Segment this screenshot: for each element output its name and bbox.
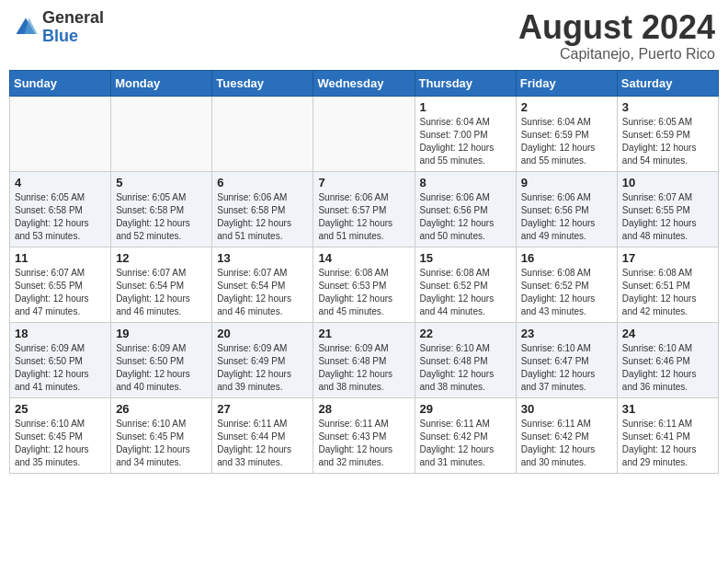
day-number: 19 (116, 327, 207, 340)
logo-icon (13, 15, 39, 40)
day-info: Sunrise: 6:10 AM Sunset: 6:45 PM Dayligh… (15, 418, 106, 469)
day-number: 15 (420, 251, 511, 265)
day-number: 13 (217, 251, 308, 265)
day-info: Sunrise: 6:11 AM Sunset: 6:42 PM Dayligh… (420, 418, 511, 469)
calendar-day-cell: 10Sunrise: 6:07 AM Sunset: 6:55 PM Dayli… (617, 171, 718, 247)
calendar-week-row: 1Sunrise: 6:04 AM Sunset: 7:00 PM Daylig… (10, 96, 719, 171)
day-info: Sunrise: 6:10 AM Sunset: 6:45 PM Dayligh… (116, 418, 207, 469)
day-info: Sunrise: 6:09 AM Sunset: 6:48 PM Dayligh… (318, 342, 409, 394)
calendar-day-cell (313, 96, 415, 171)
calendar-day-cell: 29Sunrise: 6:11 AM Sunset: 6:42 PM Dayli… (415, 397, 516, 473)
day-number: 10 (622, 176, 713, 190)
calendar-day-cell: 12Sunrise: 6:07 AM Sunset: 6:54 PM Dayli… (111, 247, 212, 322)
weekday-header-monday: Monday (111, 70, 212, 96)
calendar-day-cell: 25Sunrise: 6:10 AM Sunset: 6:45 PM Dayli… (10, 397, 111, 473)
page-header: General Blue August 2024 Capitanejo, Pue… (9, 9, 719, 63)
calendar-week-row: 18Sunrise: 6:09 AM Sunset: 6:50 PM Dayli… (10, 322, 719, 397)
day-number: 4 (15, 176, 106, 190)
day-number: 8 (420, 176, 511, 190)
calendar-day-cell (10, 96, 111, 171)
calendar-day-cell: 11Sunrise: 6:07 AM Sunset: 6:55 PM Dayli… (10, 247, 111, 322)
calendar-day-cell: 28Sunrise: 6:11 AM Sunset: 6:43 PM Dayli… (313, 397, 415, 473)
calendar-day-cell: 9Sunrise: 6:06 AM Sunset: 6:56 PM Daylig… (516, 171, 617, 247)
day-number: 21 (318, 327, 409, 340)
month-year-title: August 2024 (518, 9, 715, 46)
day-info: Sunrise: 6:11 AM Sunset: 6:41 PM Dayligh… (622, 418, 713, 469)
calendar-day-cell: 14Sunrise: 6:08 AM Sunset: 6:53 PM Dayli… (313, 247, 415, 322)
day-number: 29 (420, 402, 511, 416)
day-number: 3 (622, 100, 713, 114)
weekday-header-sunday: Sunday (10, 70, 111, 96)
day-info: Sunrise: 6:09 AM Sunset: 6:50 PM Dayligh… (116, 342, 207, 394)
day-info: Sunrise: 6:11 AM Sunset: 6:42 PM Dayligh… (521, 418, 612, 469)
day-info: Sunrise: 6:08 AM Sunset: 6:53 PM Dayligh… (318, 267, 409, 318)
day-number: 18 (15, 327, 106, 340)
day-info: Sunrise: 6:06 AM Sunset: 6:56 PM Dayligh… (521, 191, 612, 243)
weekday-header-friday: Friday (516, 70, 617, 96)
day-info: Sunrise: 6:09 AM Sunset: 6:50 PM Dayligh… (15, 342, 106, 394)
calendar-day-cell: 21Sunrise: 6:09 AM Sunset: 6:48 PM Dayli… (313, 322, 415, 397)
day-number: 6 (217, 176, 308, 190)
calendar-day-cell: 1Sunrise: 6:04 AM Sunset: 7:00 PM Daylig… (415, 96, 516, 171)
calendar-day-cell: 6Sunrise: 6:06 AM Sunset: 6:58 PM Daylig… (212, 171, 313, 247)
location-subtitle: Capitanejo, Puerto Rico (518, 46, 715, 63)
logo-blue-text: Blue (42, 28, 104, 46)
weekday-header-thursday: Thursday (415, 70, 516, 96)
weekday-header-row: SundayMondayTuesdayWednesdayThursdayFrid… (10, 70, 719, 96)
day-info: Sunrise: 6:06 AM Sunset: 6:58 PM Dayligh… (217, 191, 308, 243)
logo-general-text: General (42, 9, 104, 28)
day-number: 5 (116, 176, 207, 190)
day-info: Sunrise: 6:07 AM Sunset: 6:54 PM Dayligh… (217, 267, 308, 318)
calendar-day-cell: 26Sunrise: 6:10 AM Sunset: 6:45 PM Dayli… (111, 397, 212, 473)
day-info: Sunrise: 6:08 AM Sunset: 6:52 PM Dayligh… (521, 267, 612, 318)
day-number: 23 (521, 327, 612, 340)
day-number: 28 (318, 402, 409, 416)
calendar-day-cell: 15Sunrise: 6:08 AM Sunset: 6:52 PM Dayli… (415, 247, 516, 322)
day-number: 11 (15, 251, 106, 265)
title-block: August 2024 Capitanejo, Puerto Rico (518, 9, 715, 63)
day-number: 22 (420, 327, 511, 340)
calendar-day-cell: 17Sunrise: 6:08 AM Sunset: 6:51 PM Dayli… (617, 247, 718, 322)
day-info: Sunrise: 6:11 AM Sunset: 6:44 PM Dayligh… (217, 418, 308, 469)
day-info: Sunrise: 6:05 AM Sunset: 6:58 PM Dayligh… (116, 191, 207, 243)
calendar-day-cell: 8Sunrise: 6:06 AM Sunset: 6:56 PM Daylig… (415, 171, 516, 247)
day-info: Sunrise: 6:11 AM Sunset: 6:43 PM Dayligh… (318, 418, 409, 469)
day-info: Sunrise: 6:06 AM Sunset: 6:56 PM Dayligh… (420, 191, 511, 243)
calendar-week-row: 11Sunrise: 6:07 AM Sunset: 6:55 PM Dayli… (10, 247, 719, 322)
calendar-day-cell: 2Sunrise: 6:04 AM Sunset: 6:59 PM Daylig… (516, 96, 617, 171)
logo: General Blue (13, 9, 104, 46)
calendar-day-cell: 4Sunrise: 6:05 AM Sunset: 6:58 PM Daylig… (10, 171, 111, 247)
day-number: 1 (420, 100, 511, 114)
day-number: 7 (318, 176, 409, 190)
day-info: Sunrise: 6:06 AM Sunset: 6:57 PM Dayligh… (318, 191, 409, 243)
day-number: 2 (521, 100, 612, 114)
calendar-day-cell: 23Sunrise: 6:10 AM Sunset: 6:47 PM Dayli… (516, 322, 617, 397)
day-info: Sunrise: 6:10 AM Sunset: 6:48 PM Dayligh… (420, 342, 511, 394)
calendar-day-cell: 30Sunrise: 6:11 AM Sunset: 6:42 PM Dayli… (516, 397, 617, 473)
calendar-day-cell: 3Sunrise: 6:05 AM Sunset: 6:59 PM Daylig… (617, 96, 718, 171)
day-number: 27 (217, 402, 308, 416)
day-info: Sunrise: 6:05 AM Sunset: 6:59 PM Dayligh… (622, 116, 713, 167)
calendar-day-cell: 19Sunrise: 6:09 AM Sunset: 6:50 PM Dayli… (111, 322, 212, 397)
calendar-day-cell: 24Sunrise: 6:10 AM Sunset: 6:46 PM Dayli… (617, 322, 718, 397)
calendar-day-cell: 7Sunrise: 6:06 AM Sunset: 6:57 PM Daylig… (313, 171, 415, 247)
day-number: 24 (622, 327, 713, 340)
calendar-day-cell: 18Sunrise: 6:09 AM Sunset: 6:50 PM Dayli… (10, 322, 111, 397)
calendar-week-row: 25Sunrise: 6:10 AM Sunset: 6:45 PM Dayli… (10, 397, 719, 473)
day-info: Sunrise: 6:08 AM Sunset: 6:51 PM Dayligh… (622, 267, 713, 318)
day-info: Sunrise: 6:07 AM Sunset: 6:54 PM Dayligh… (116, 267, 207, 318)
day-info: Sunrise: 6:08 AM Sunset: 6:52 PM Dayligh… (420, 267, 511, 318)
day-info: Sunrise: 6:09 AM Sunset: 6:49 PM Dayligh… (217, 342, 308, 394)
day-number: 12 (116, 251, 207, 265)
day-info: Sunrise: 6:04 AM Sunset: 6:59 PM Dayligh… (521, 116, 612, 167)
calendar-table: SundayMondayTuesdayWednesdayThursdayFrid… (9, 70, 719, 474)
day-info: Sunrise: 6:10 AM Sunset: 6:46 PM Dayligh… (622, 342, 713, 394)
calendar-week-row: 4Sunrise: 6:05 AM Sunset: 6:58 PM Daylig… (10, 171, 719, 247)
day-number: 31 (622, 402, 713, 416)
calendar-day-cell: 22Sunrise: 6:10 AM Sunset: 6:48 PM Dayli… (415, 322, 516, 397)
calendar-day-cell: 31Sunrise: 6:11 AM Sunset: 6:41 PM Dayli… (617, 397, 718, 473)
day-number: 25 (15, 402, 106, 416)
weekday-header-wednesday: Wednesday (313, 70, 415, 96)
day-info: Sunrise: 6:07 AM Sunset: 6:55 PM Dayligh… (622, 191, 713, 243)
calendar-day-cell: 16Sunrise: 6:08 AM Sunset: 6:52 PM Dayli… (516, 247, 617, 322)
